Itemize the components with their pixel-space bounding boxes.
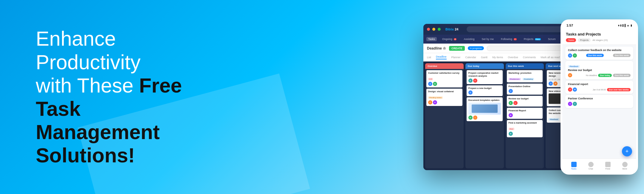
mobile-avatar-row: U: [568, 73, 572, 77]
avatar: X: [568, 102, 572, 106]
bottom-tab-label: Chat: [589, 168, 593, 170]
mobile-filter-tasks[interactable]: Tasks: [566, 38, 576, 42]
tab-scrum[interactable]: Scrum: [546, 37, 558, 41]
screens-section: Bitrix 24 5:36 Samantha Simpson Tasks On…: [203, 0, 644, 194]
mobile-fab[interactable]: +: [622, 146, 632, 156]
card-title: Prepare comparative market research anal…: [468, 72, 501, 78]
maximize-dot: [438, 28, 441, 31]
card-market[interactable]: Prepare comparative market research anal…: [467, 70, 503, 84]
bottom-tab-tasks[interactable]: Tasks: [571, 162, 577, 170]
mobile-task-list: Collect customer feedback on the website…: [562, 45, 636, 110]
tab-following[interactable]: Following +: [499, 37, 518, 41]
card-visual[interactable]: Design: visual collateral Pending review…: [426, 89, 462, 106]
avatar: Y: [573, 102, 577, 106]
task-no-deadline: No deadline: [586, 74, 597, 76]
view-gantt[interactable]: Gantt: [481, 56, 487, 59]
bottom-tab-chat[interactable]: Chat: [588, 162, 594, 170]
progress-filter[interactable]: In progress: [468, 46, 484, 50]
mobile-task-item[interactable]: #feedback Review our budget U No deadlin…: [565, 61, 633, 80]
mobile-task-title: Collect customer feedback on the website: [568, 49, 631, 52]
avatar: E: [468, 78, 473, 83]
avatar: K: [509, 101, 513, 105]
card-avatars: M: [509, 113, 541, 117]
tab-setbyme[interactable]: Set by me: [480, 37, 496, 41]
app-logo: Bitrix 24: [445, 27, 458, 31]
card-docs[interactable]: Document templates updates H I: [467, 97, 503, 121]
avatar: F: [473, 78, 477, 83]
mobile-task-meta: V W Jan 8 at 06:00 Due over two weeks: [568, 87, 631, 92]
bottom-tab-more[interactable]: More: [622, 162, 628, 170]
card-financial[interactable]: Financial Report M: [507, 108, 543, 119]
card-reviewbudget[interactable]: Review our budget K L: [507, 96, 543, 107]
view-planner[interactable]: Planner: [451, 56, 461, 59]
tab-ongoing[interactable]: Ongoing 4: [440, 37, 458, 41]
col-header-overdue: Overdue: [425, 63, 464, 69]
wifi-icon: ▲: [627, 24, 629, 27]
card-presentation[interactable]: Presentation Outline J: [507, 84, 543, 95]
card-marketing-asst[interactable]: Find a marketing assistant Due N: [507, 120, 543, 137]
view-overdue[interactable]: Overdue: [508, 56, 518, 59]
mobile-filter-row: Tasks Projects All stages (22): [566, 38, 633, 42]
chat-icon: [588, 162, 594, 167]
card-tag: Due: [509, 128, 514, 130]
titlebar-search[interactable]: [467, 26, 575, 32]
card-tag: #freelancers: [509, 78, 521, 80]
feed-icon: [605, 162, 611, 167]
bottom-tab-feed[interactable]: Feed: [605, 162, 611, 170]
card-image: [468, 103, 501, 115]
avatar: H: [468, 116, 473, 120]
view-comments[interactable]: Comments: [523, 56, 536, 59]
bottom-tab-label: Tasks: [571, 168, 577, 170]
mobile-avatar-row: V W: [568, 87, 577, 92]
card-avatars: N: [509, 132, 541, 136]
bottom-tab-label: Feed: [606, 168, 610, 170]
mobile-header-title: Tasks and Projects: [566, 32, 633, 36]
card-image-inner: [472, 104, 498, 113]
close-dot: [427, 28, 430, 31]
battery-icon: ▮: [631, 24, 632, 27]
avatar: N: [509, 132, 513, 136]
mobile-task-item[interactable]: Partner Conference X Y: [565, 95, 633, 108]
avatar: C: [428, 100, 432, 104]
tab-assisting[interactable]: Assisting: [462, 37, 476, 41]
card-title: Review our budget: [509, 97, 541, 100]
task-date: Jan 8 at 06:00: [593, 89, 606, 91]
card-title: Marketing: promotion: [509, 72, 541, 75]
mobile-task-item[interactable]: Financial report V W Jan 8 at 06:00 Due …: [565, 81, 633, 94]
avatar: I: [473, 116, 477, 120]
card-tag: 1.5: [428, 78, 433, 80]
signal-icon: [623, 24, 623, 27]
mobile-filter-projects[interactable]: Projects: [578, 38, 591, 42]
due-badge: Due this week: [586, 54, 604, 57]
mobile-avatar-row: S T: [568, 53, 577, 58]
mobile-statusbar: 1:57 ▲ ▮: [562, 21, 636, 30]
due-badge: Due today: [598, 74, 612, 77]
tab-tasks[interactable]: Tasks: [426, 37, 437, 41]
card-budget[interactable]: Prepare a new budget G: [467, 85, 503, 96]
more-icon: [622, 162, 628, 167]
avatar: V: [568, 87, 572, 92]
due-badge-alt: Due this week: [613, 54, 631, 57]
card-survey[interactable]: Customer satisfaction survey 1.5 A B: [426, 70, 462, 87]
avatar: D: [433, 100, 437, 104]
view-calendar[interactable]: Calendar: [465, 56, 476, 59]
signal-icon: [620, 24, 621, 27]
headline-line4: Solutions!: [36, 144, 135, 167]
create-button[interactable]: CREATE: [449, 46, 465, 51]
view-deadline[interactable]: Deadline: [436, 55, 447, 59]
view-myitems[interactable]: My items: [492, 56, 503, 59]
card-marketing[interactable]: Marketing: promotion #freelancers #marke…: [507, 70, 543, 82]
avatar: U: [568, 73, 572, 77]
view-markallread[interactable]: Mark all as read: [541, 56, 560, 59]
card-title: Customer satisfaction survey: [428, 72, 461, 75]
avatar: J: [509, 89, 513, 93]
mobile-task-title: Financial report: [568, 83, 631, 86]
view-list[interactable]: List: [427, 56, 431, 59]
tab-projects[interactable]: Projects New: [522, 37, 543, 41]
card-avatars: A B: [428, 82, 461, 86]
card-avatars: G: [468, 90, 501, 95]
mobile-task-item[interactable]: Collect customer feedback on the website…: [565, 47, 633, 60]
headline-line3: Management: [36, 121, 160, 143]
card-avatars: H I: [468, 116, 501, 120]
mobile-icons: ▲ ▮: [618, 24, 632, 27]
